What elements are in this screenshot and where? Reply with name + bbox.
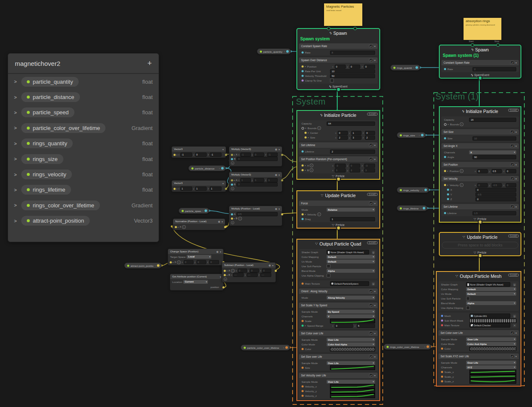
collapse-chevron-icon[interactable]: ▾ xyxy=(515,61,517,64)
collapse-chevron-icon[interactable]: ▾ xyxy=(222,220,223,223)
spawn-system-1-rate-field[interactable]: 2 xyxy=(472,67,516,71)
vector3-1-oxyz-output-port[interactable] xyxy=(225,154,227,156)
multiply-vector3-2-a-port[interactable] xyxy=(231,179,233,181)
parameter-output-port[interactable] xyxy=(415,66,418,69)
change-space-position-x-x-field[interactable]: 0 xyxy=(184,260,193,264)
output-particle-mesh-uv-mode-dropdown[interactable]: Default▾ xyxy=(466,292,516,296)
output-particle-quad-uv-mode-dropdown[interactable]: Default▾ xyxy=(327,260,375,263)
system-name-label[interactable]: Spawn system (1) xyxy=(440,53,521,58)
block-header-set-color-over-life[interactable]: Set Color over Life✓▾ xyxy=(299,331,378,336)
parameter-output-port[interactable] xyxy=(285,346,288,349)
block-enabled-checkbox[interactable]: ✓ xyxy=(510,354,514,358)
initialize-particle-1-velocity-x-field[interactable]: 0 xyxy=(477,183,488,187)
collapse-chevron-icon[interactable]: ▾ xyxy=(374,202,376,205)
initialize-particle-a-port[interactable] xyxy=(302,164,304,167)
space-mode-badge[interactable]: (Local) xyxy=(508,235,519,237)
update-particle-drag-field[interactable]: 1 xyxy=(330,217,375,221)
settings-gear-icon[interactable]: ⚙ xyxy=(275,207,277,210)
output-particle-quad-sample-mode-dropdown[interactable]: By Speed▾ xyxy=(327,310,375,314)
output-particle-quad-mode-dropdown[interactable]: Along Velocity▾ xyxy=(327,296,375,300)
multiply-vector3-2-a-z-field[interactable]: 1 xyxy=(267,178,278,182)
collapse-chevron-icon[interactable]: ▾ xyxy=(374,332,376,335)
add-input-icon[interactable]: + xyxy=(231,187,234,190)
output-particle-mesh-scale-y-port[interactable] xyxy=(441,376,443,378)
system-name-label[interactable]: Spawn system xyxy=(297,37,379,42)
collapse-icon[interactable]: ‹ xyxy=(202,209,203,212)
parameter-pill-rings-velocity[interactable]: rings_velocity‹ xyxy=(397,187,429,193)
block-enabled-checkbox[interactable]: ✓ xyxy=(369,157,373,161)
collapse-chevron-icon[interactable]: ▾ xyxy=(374,158,376,161)
output-particle-quad-speed-range-port[interactable] xyxy=(302,325,304,327)
footer-output-port[interactable] xyxy=(478,253,483,258)
add-input-icon[interactable]: + xyxy=(224,277,227,281)
output-particle-quad-speed-range-y-field[interactable]: 5 xyxy=(357,324,375,328)
block-enabled-checkbox[interactable]: ✓ xyxy=(510,163,514,167)
output-particle-mesh-scale-y-curve[interactable] xyxy=(469,374,516,379)
spawn-system-position-port[interactable] xyxy=(302,65,304,68)
update-particle-velocity-port[interactable] xyxy=(302,213,304,215)
collapse-chevron-icon[interactable]: ▾ xyxy=(272,264,273,267)
output-particle-quad-sample-mode-dropdown[interactable]: Over Life▾ xyxy=(327,380,375,384)
block-header-set-lifetime[interactable]: Set Lifetime✓▾ xyxy=(441,204,519,210)
operator-normalize-position-local[interactable]: Normalize (Position - Local)⚙▾▸XL xyxy=(173,218,225,230)
block-header-set-velocity-over-life[interactable]: Set Velocity over Life✓▾ xyxy=(299,373,378,379)
collapse-icon[interactable]: ‹ xyxy=(422,189,423,191)
initialize-particle-a-x-field[interactable]: -3 xyxy=(335,164,346,168)
collapse-chevron-icon[interactable]: ▾ xyxy=(515,130,517,133)
subtract-position-local-b-x-field[interactable]: — xyxy=(233,273,244,277)
multiply-vector3-1-a-output-port[interactable] xyxy=(281,154,283,156)
setting-dropdown-current[interactable]: Current▾ xyxy=(183,280,208,284)
block-enabled-checkbox[interactable]: ✓ xyxy=(510,130,514,134)
property-pill-rings-color-over-lifetime[interactable]: rings_color_over_lifetime xyxy=(21,201,100,210)
context-initialize-particle[interactable]: ϟInitialize Particle(Local)Capacity64▸Bo… xyxy=(296,110,380,180)
initialize-particle-a-z-field[interactable]: -3 xyxy=(364,164,375,168)
initialize-particle-size-y-field[interactable]: 3 xyxy=(351,136,361,140)
initialize-particle-1-x-field[interactable]: 0 xyxy=(475,188,516,192)
parameter-output-port[interactable] xyxy=(157,264,159,267)
multiply-position-local-b-port[interactable] xyxy=(231,218,233,220)
block-header-set-lifetime[interactable]: Set Lifetime✓▾ xyxy=(299,142,378,148)
initialize-particle-1-lifetime-field[interactable]: 1.5 xyxy=(472,211,516,215)
context-update-particle[interactable]: ∵Update Particle(Local)Force✓▾ModeRelati… xyxy=(296,190,380,229)
block-header-set-color-over-life[interactable]: Set Color over Life✓▾ xyxy=(438,330,519,336)
operator-change-space-position[interactable]: Change Space (Position)⚙▾Target SpaceLoc… xyxy=(168,249,224,266)
output-particle-mesh-color-mode-dropdown[interactable]: Color And Alpha▾ xyxy=(466,342,516,346)
spawn-system-velocity-threshold-port[interactable] xyxy=(302,75,304,77)
initialize-particle-size-z-field[interactable]: 2 xyxy=(365,136,375,140)
output-particle-quad-sample-mode-dropdown[interactable]: Over Life▾ xyxy=(327,361,375,365)
multiply-vector3-1-b-port[interactable] xyxy=(231,158,233,160)
output-particle-mesh-color-gradient[interactable] xyxy=(469,347,516,351)
output-particle-mesh-mesh-object-field[interactable]: Cylinder.001 xyxy=(469,314,510,318)
block-header-set-angle-x[interactable]: Set Angle X✓▾ xyxy=(441,143,519,149)
initialize-particle-b-x-field[interactable]: 3 xyxy=(335,168,346,172)
output-particle-quad-use-alpha-clipping-checkbox[interactable] xyxy=(327,274,330,277)
subtract-position-local-b-z-field[interactable]: — xyxy=(260,273,271,277)
output-particle-mesh-mesh-port[interactable] xyxy=(441,315,443,317)
collapse-chevron-icon[interactable]: ▾ xyxy=(279,148,280,151)
object-picker-icon[interactable]: ◎ xyxy=(513,283,516,286)
block-enabled-checkbox[interactable]: ✓ xyxy=(510,61,514,65)
block-header-force[interactable]: Force✓▾ xyxy=(299,201,378,206)
collapse-chevron-icon[interactable]: ▾ xyxy=(374,59,376,62)
output-particle-mesh-scale-x-curve[interactable] xyxy=(469,370,516,374)
settings-gear-icon[interactable]: ⚙ xyxy=(275,173,277,176)
spawn-system-clamp-to-one-port[interactable] xyxy=(302,79,304,82)
collapse-chevron-icon[interactable]: ▾ xyxy=(515,177,517,180)
block-enabled-checkbox[interactable]: ✓ xyxy=(369,303,373,307)
initialize-particle-b-y-field[interactable]: 3 xyxy=(350,168,361,172)
output-particle-quad-velocity-y-curve[interactable] xyxy=(330,389,375,393)
space-mode-badge[interactable]: (Local) xyxy=(367,193,378,196)
subtract-position-local-b-y-field[interactable]: — xyxy=(247,273,258,277)
expander-chevron-icon[interactable]: > xyxy=(14,95,18,100)
vector3-2-oxyz-x-field[interactable]: 1 xyxy=(180,187,192,191)
block-enabled-checkbox[interactable]: ✓ xyxy=(369,143,373,147)
initialize-particle-size-x-field[interactable]: 2 xyxy=(338,136,348,140)
parameter-pill-rings-size[interactable]: rings_size‹ xyxy=(397,132,426,138)
subtract-position-local-a-z-field[interactable]: 0 xyxy=(262,269,271,273)
vfx-graph-canvas[interactable]: magnetichover2 + >particle_quantityfloat… xyxy=(0,0,532,407)
expander-chevron-icon[interactable]: > xyxy=(14,218,18,223)
output-particle-quad-velocity-z-curve[interactable] xyxy=(330,393,375,398)
operator-vector3-2[interactable]: Vector3▾▸x1y1z1 xyxy=(171,180,226,192)
spawn-system-1-rate-port[interactable] xyxy=(444,68,446,70)
initialize-particle-1-velocity-z-field[interactable]: 0 xyxy=(506,183,516,187)
